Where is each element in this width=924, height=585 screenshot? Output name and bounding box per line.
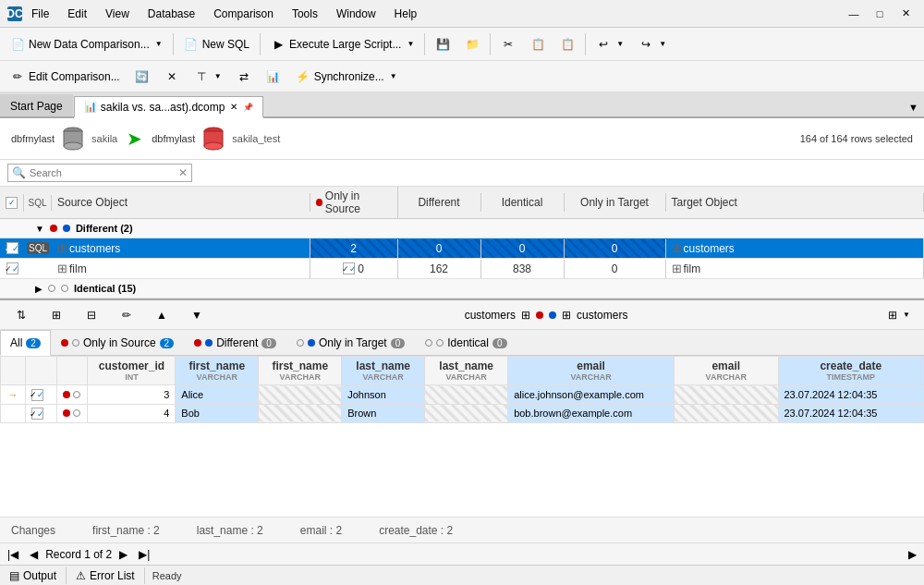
tab-pin-icon[interactable]: 📌 (243, 103, 253, 112)
film-target-table-icon: ⊞ (672, 262, 682, 275)
detail-row-1[interactable]: → ✓ 3 Alice Johnson alice.johnson@exampl… (1, 385, 924, 405)
execute-script-button[interactable]: ▶ Execute Large Script... ▼ (264, 31, 420, 57)
tab-only-in-source[interactable]: Only in Source 2 (51, 330, 184, 356)
tab-only-in-target[interactable]: Only in Target 0 (286, 330, 415, 356)
different-expand-arrow[interactable]: ▼ (35, 224, 44, 234)
synchronize-button[interactable]: ⚡ Synchronize... ▼ (289, 64, 404, 90)
select-all-checkbox[interactable] (6, 197, 18, 209)
paste-button[interactable]: 📋 (553, 31, 581, 57)
scroll-right-button[interactable]: ▶ (905, 546, 920, 563)
detail-toolbar-btn1[interactable]: ⇅ (7, 302, 35, 328)
customers-checkbox[interactable]: ✓ (6, 242, 18, 254)
row-check-customers[interactable]: ✓ (0, 239, 24, 257)
comparison-row-customers[interactable]: ✓ SQL ⊞ customers 2 0 0 0 ⊞ customers (0, 238, 924, 259)
menu-edit[interactable]: Edit (64, 6, 91, 22)
redo-arrow-icon[interactable]: ▼ (659, 40, 666, 48)
maximize-button[interactable]: □ (869, 6, 891, 22)
menu-file[interactable]: File (28, 6, 53, 22)
detail-toolbar-btn6[interactable]: ▼ (183, 302, 211, 328)
new-data-comparison-button[interactable]: 📄 New Data Comparison... ▼ (4, 31, 169, 57)
sync-arrow-icon[interactable]: ▼ (390, 72, 397, 80)
menu-database[interactable]: Database (144, 6, 199, 22)
sql-icon: SQL (29, 198, 47, 208)
nav-next-button[interactable]: ▶ (116, 546, 131, 563)
cut-button[interactable]: ✂ (494, 31, 522, 57)
summary-bar: Changes first_name : 2 last_name : 2 ema… (0, 517, 924, 542)
menu-view[interactable]: View (102, 6, 133, 22)
row2-arrow (1, 404, 26, 423)
target-db-label: dbfmylast (152, 133, 195, 144)
detail-toolbar-btn3[interactable]: ⊟ (78, 302, 105, 328)
save-button[interactable]: 💾 (429, 31, 456, 57)
nav-first-button[interactable]: |◀ (4, 546, 22, 563)
source-db-info: dbfmylast sakila (11, 126, 117, 152)
row1-create-date: 23.07.2024 12:04:35 (778, 385, 924, 405)
tab-different[interactable]: Different 0 (184, 330, 286, 356)
table-options-arrow[interactable]: ▼ (903, 311, 910, 319)
edit-comparison-button[interactable]: ✏ Edit Comparison... (4, 64, 127, 90)
row2-checkbox[interactable]: ✓ (31, 408, 43, 420)
row1-email-tgt (675, 385, 778, 405)
tab-only-src-count: 2 (160, 338, 175, 348)
new-sql-button[interactable]: 📄 New SQL (177, 31, 256, 57)
tab-identical[interactable]: Identical 0 (415, 330, 517, 356)
nav-last-button[interactable]: ▶| (135, 546, 153, 563)
undo-button[interactable]: ↩ ▼ (590, 31, 630, 57)
tab-close-button[interactable]: ✕ (228, 101, 239, 113)
rows-selected-label: 164 of 164 rows selected (800, 133, 913, 144)
status-text: Ready (145, 568, 189, 583)
row-only-src-film: ✓ 0 (310, 260, 398, 278)
report-button[interactable]: 📊 (260, 64, 287, 90)
scroll-right-btn[interactable]: ▶ (905, 546, 920, 563)
clear-search-button[interactable]: ✕ (178, 166, 188, 179)
row-only-src-customers: 2 (310, 239, 398, 258)
filter-button[interactable]: ⊤ ▼ (188, 64, 228, 90)
film-checkbox[interactable]: ✓ (6, 262, 18, 274)
tab-different-label: Different (216, 336, 258, 349)
tab-identical-label: Identical (447, 336, 489, 349)
refresh-button[interactable]: 🔄 (128, 64, 156, 90)
execute-icon: ▶ (271, 37, 286, 52)
tab-start-page[interactable]: Start Page (0, 94, 73, 116)
row1-checkbox[interactable]: ✓ (31, 389, 43, 401)
close-button[interactable]: ✕ (894, 6, 917, 22)
comparison-row-film[interactable]: ✓ ⊞ film ✓ 0 162 838 0 ⊞ film (0, 259, 924, 279)
col-only-src-label: Only in Source (325, 189, 392, 215)
redo-button[interactable]: ↪ ▼ (632, 31, 673, 57)
filter-arrow-icon[interactable]: ▼ (214, 72, 222, 80)
tabs-overflow-button[interactable]: ▼ (903, 98, 924, 116)
dropdown-arrow-icon[interactable]: ▼ (155, 40, 163, 48)
row2-check[interactable]: ✓ (25, 404, 56, 423)
detail-toolbar-btn5[interactable]: ▲ (148, 302, 176, 328)
menu-comparison[interactable]: Comparison (210, 6, 277, 22)
tab-all[interactable]: All 2 (0, 330, 51, 356)
menu-tools[interactable]: Tools (288, 6, 322, 22)
copy-button[interactable]: 📋 (524, 31, 552, 57)
identical-expand-arrow[interactable]: ▶ (35, 284, 43, 294)
identical-section-header: ▶ Identical (15) (0, 279, 924, 299)
menu-help[interactable]: Help (391, 6, 421, 22)
detail-toolbar-btn2[interactable]: ⊞ (43, 302, 70, 328)
detail-row-2[interactable]: ✓ 4 Bob Brown bob.brown@example.com 23.0… (1, 404, 924, 423)
menu-window[interactable]: Window (333, 6, 380, 22)
toolbar-separator-4 (490, 33, 491, 55)
toolbar-separator-5 (585, 33, 586, 55)
output-tab[interactable]: ▤ Output (0, 567, 67, 584)
row-check-film[interactable]: ✓ (0, 260, 24, 277)
minimize-button[interactable]: — (843, 6, 865, 22)
output-icon: ▤ (9, 569, 19, 582)
error-list-tab[interactable]: ⚠ Error List (67, 567, 145, 584)
undo-arrow-icon[interactable]: ▼ (616, 40, 624, 48)
source-db-label: dbfmylast (11, 133, 55, 144)
search-input[interactable] (30, 167, 178, 178)
tab-comparison[interactable]: 📊 sakila vs. sa...ast).dcomp ✕ 📌 (74, 96, 264, 118)
row1-check[interactable]: ✓ (25, 385, 56, 405)
detail-toolbar-btn4[interactable]: ✏ (113, 302, 140, 328)
table-options-button[interactable]: ⊞ ▼ (881, 302, 917, 328)
dropdown-arrow-icon-2[interactable]: ▼ (407, 40, 414, 48)
swap-button[interactable]: ⇄ (230, 64, 258, 90)
stop-button[interactable]: ✕ (158, 64, 186, 90)
nav-prev-button[interactable]: ◀ (26, 546, 42, 563)
open-button[interactable]: 📁 (458, 31, 486, 57)
row1-arrow: → (1, 385, 26, 405)
